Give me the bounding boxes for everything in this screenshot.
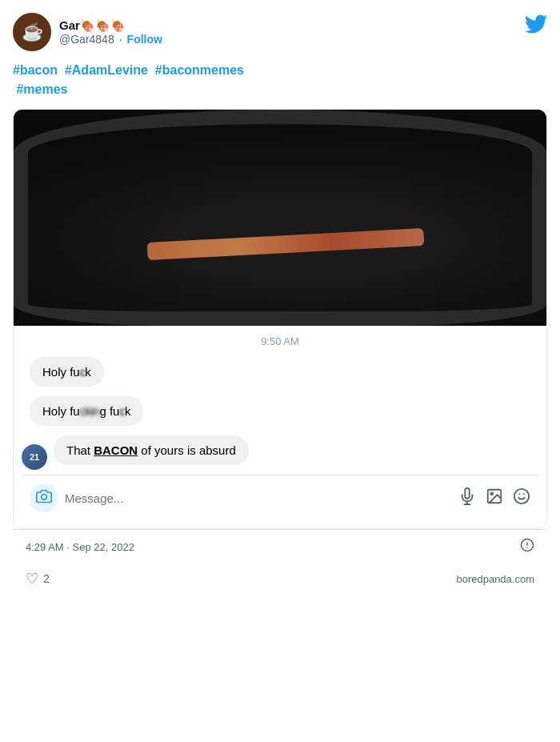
message-text-3: That BACON of yours is absurd — [66, 443, 236, 457]
tweet-header: ☕ Gar🍖🍖🍖 @Gar4848 · Follow — [13, 13, 547, 51]
hashtag-section: #bacon #AdamLevine #baconmemes #memes — [13, 61, 547, 99]
image-icon[interactable] — [486, 487, 503, 509]
svg-point-4 — [490, 492, 493, 495]
bacon-image — [14, 110, 546, 326]
username-label: Gar🍖🍖🍖 — [59, 18, 126, 33]
message-text-1: Holy fuck — [42, 365, 91, 379]
avatar: ☕ — [13, 13, 51, 51]
hashtag-bacon[interactable]: #bacon — [13, 63, 58, 77]
like-count: 2 — [43, 572, 50, 585]
display-name: Gar🍖🍖🍖 — [59, 18, 162, 33]
message-row-1: Holy fuck — [30, 357, 538, 391]
user-text: Gar🍖🍖🍖 @Gar4848 · Follow — [59, 18, 162, 46]
mic-icon[interactable] — [458, 487, 476, 509]
message-bubble-2: Holy fucking fuck — [30, 396, 143, 426]
info-icon[interactable] — [520, 538, 534, 555]
follow-button[interactable]: Follow — [127, 33, 162, 46]
action-bar: ♡ 2 boredpanda.com — [13, 564, 547, 600]
handle-follow: @Gar4848 · Follow — [59, 33, 162, 46]
message-input[interactable] — [65, 491, 452, 505]
user-handle: @Gar4848 — [59, 33, 114, 46]
message-row-2: Holy fucking fuck — [30, 396, 538, 431]
conversation-wrapper: 9:50 AM Holy fuck Holy fucking fuck 21 — [14, 326, 546, 528]
dot-separator: · — [119, 33, 122, 46]
small-avatar-inner: 21 — [22, 444, 47, 470]
heart-icon[interactable]: ♡ — [26, 570, 38, 588]
emoji-icon[interactable] — [513, 487, 530, 509]
image-container: 9:50 AM Holy fuck Holy fucking fuck 21 — [13, 109, 547, 529]
avatar-inner: ☕ — [13, 13, 51, 51]
message-input-row — [22, 475, 538, 520]
pan-rim — [14, 110, 546, 326]
twitter-bird-icon — [525, 13, 547, 41]
tweet-timestamp: 4:29 AM · Sep 22, 2022 — [26, 541, 134, 553]
input-icons — [458, 487, 530, 509]
message-bubble-1: Holy fuck — [30, 357, 104, 387]
source-label: boredpanda.com — [456, 573, 534, 585]
hashtag-memes[interactable]: #memes — [16, 82, 67, 96]
svg-point-5 — [514, 488, 529, 503]
like-section: ♡ 2 — [26, 570, 50, 588]
message-row-3: 21 That BACON of yours is absurd — [22, 435, 538, 470]
message-bubble-3: That BACON of yours is absurd — [54, 435, 249, 465]
svg-point-0 — [42, 494, 47, 499]
conversation-timestamp: 9:50 AM — [22, 326, 538, 357]
user-info: ☕ Gar🍖🍖🍖 @Gar4848 · Follow — [13, 13, 162, 51]
small-avatar: 21 — [22, 444, 47, 470]
message-text-2: Holy fucking fuck — [42, 404, 130, 418]
hashtag-adamlevine[interactable]: #AdamLevine — [65, 63, 148, 77]
tweet-footer: 4:29 AM · Sep 22, 2022 — [13, 529, 547, 564]
camera-icon — [36, 488, 52, 508]
hashtag-baconmemes[interactable]: #baconmemes — [155, 63, 244, 77]
mug-icon: ☕ — [22, 22, 43, 42]
small-avatar-number: 21 — [30, 452, 39, 462]
camera-button[interactable] — [30, 483, 58, 512]
tweet-card: ☕ Gar🍖🍖🍖 @Gar4848 · Follow #bacon — [0, 0, 560, 600]
